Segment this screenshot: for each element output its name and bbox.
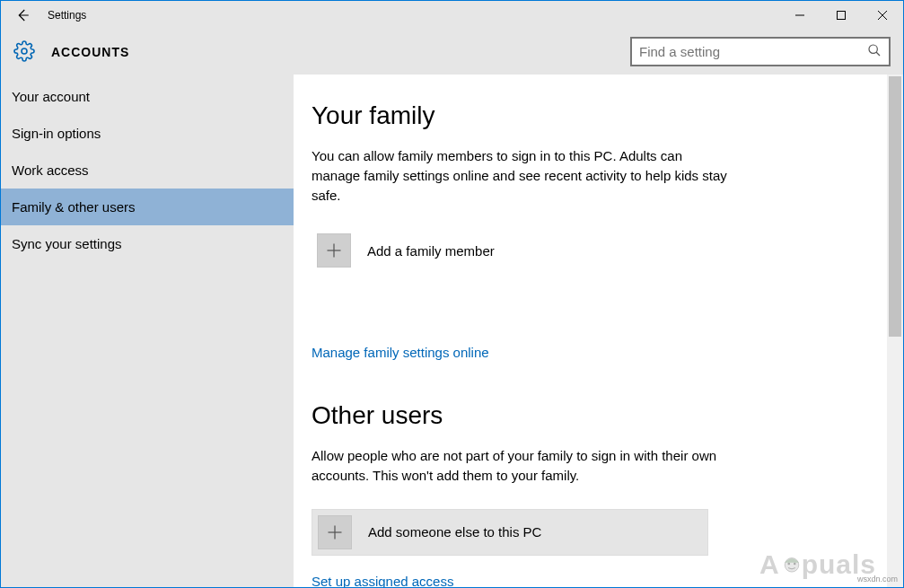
plus-icon — [317, 233, 351, 268]
svg-line-6 — [876, 52, 880, 56]
brand-prefix: A — [759, 549, 780, 580]
body: Your account Sign-in options Work access… — [1, 75, 903, 587]
add-family-label: Add a family member — [367, 243, 495, 259]
scrollbar-track[interactable] — [887, 75, 903, 587]
search-input[interactable] — [639, 44, 867, 59]
sidebar: Your account Sign-in options Work access… — [1, 75, 294, 587]
search-icon — [867, 43, 882, 60]
window-controls — [779, 1, 903, 30]
add-someone-label: Add someone else to this PC — [368, 524, 541, 540]
family-description: You can allow family members to sign in … — [312, 146, 733, 205]
sidebar-item-your-account[interactable]: Your account — [1, 78, 294, 115]
other-users-heading: Other users — [312, 401, 869, 430]
svg-rect-1 — [838, 12, 846, 20]
maximize-icon — [837, 11, 846, 20]
arrow-left-icon — [14, 7, 31, 23]
sidebar-item-sync-settings[interactable]: Sync your settings — [1, 225, 294, 262]
scrollbar-thumb[interactable] — [889, 76, 901, 337]
titlebar: Settings — [1, 1, 903, 30]
section-title: ACCOUNTS — [51, 45, 129, 59]
maximize-button[interactable] — [821, 1, 862, 30]
sidebar-item-family-other-users[interactable]: Family & other users — [1, 189, 294, 225]
close-icon — [878, 11, 887, 20]
close-button[interactable] — [862, 1, 903, 30]
manage-family-link[interactable]: Manage family settings online — [312, 345, 869, 360]
other-users-description: Allow people who are not part of your fa… — [312, 446, 733, 486]
brand-face-icon — [780, 551, 803, 582]
content-scroll: Your family You can allow family members… — [294, 75, 887, 587]
svg-point-4 — [22, 48, 27, 54]
family-heading: Your family — [312, 101, 869, 130]
svg-point-13 — [794, 563, 796, 566]
minimize-icon — [795, 11, 804, 20]
svg-point-5 — [869, 45, 877, 53]
sidebar-item-signin-options[interactable]: Sign-in options — [1, 115, 294, 152]
sidebar-item-work-access[interactable]: Work access — [1, 152, 294, 189]
content-area: Your family You can allow family members… — [294, 75, 903, 587]
add-family-member-button[interactable]: Add a family member — [312, 228, 708, 273]
svg-point-12 — [787, 563, 790, 566]
minimize-button[interactable] — [779, 1, 821, 30]
window-title: Settings — [48, 9, 86, 22]
plus-icon — [318, 515, 352, 549]
gear-icon — [13, 40, 35, 65]
back-button[interactable] — [1, 1, 44, 30]
watermark-text: wsxdn.com — [857, 575, 898, 584]
header: ACCOUNTS — [1, 30, 903, 75]
add-someone-else-button[interactable]: Add someone else to this PC — [312, 509, 708, 556]
search-box[interactable] — [630, 37, 891, 66]
